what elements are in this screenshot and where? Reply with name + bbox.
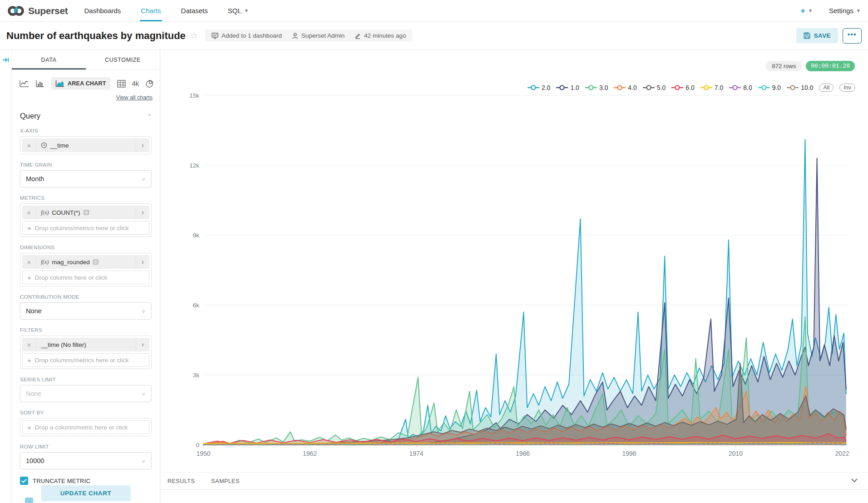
chart-meta: Added to 1 dashboard Superset Admin 42 m…	[205, 30, 412, 42]
contribution-mode-select[interactable]: None ∨	[20, 302, 152, 320]
certified-grid-icon	[93, 259, 99, 265]
results-tabs: RESULTS SAMPLES	[160, 473, 868, 490]
control-x-axis: X-AXIS × __time ›	[20, 128, 152, 154]
svg-text:12k: 12k	[189, 162, 199, 169]
area-chart-button[interactable]: AREA CHART	[51, 77, 111, 90]
control-label: TIME GRAIN	[20, 162, 152, 168]
big-number-chart-icon[interactable]: 4k	[132, 80, 139, 87]
user-icon	[292, 33, 298, 39]
control-label: METRICS	[20, 195, 152, 201]
sort-by-dropzone[interactable]: + Drop a column/metric here or click	[22, 420, 149, 434]
svg-text:3k: 3k	[193, 372, 200, 379]
new-item-button[interactable]: +▼	[800, 6, 813, 16]
tab-customize[interactable]: CUSTOMIZE	[86, 50, 160, 69]
svg-text:1986: 1986	[516, 450, 530, 457]
dimensions-dropzone[interactable]: + Drop columns here or click	[22, 271, 149, 284]
collapse-results-icon[interactable]	[851, 476, 858, 484]
filters-dropzone[interactable]: + Drop columns/metrics here or click	[22, 353, 149, 367]
collapse-panel-icon[interactable]	[2, 56, 10, 64]
nav-sql[interactable]: SQL▼	[227, 0, 250, 21]
control-label: SERIES LIMIT	[20, 377, 152, 382]
control-label: CONTRIBUTION MODE	[20, 294, 152, 300]
svg-text:9k: 9k	[193, 232, 200, 239]
chevron-right-icon[interactable]: ›	[136, 255, 149, 269]
filter-pill[interactable]: × __time (No filter) ›	[22, 338, 149, 351]
chart-owner[interactable]: Superset Admin	[292, 32, 345, 39]
control-dimensions: DIMENSIONS × f(x) mag_rounded › + Drop c…	[20, 245, 152, 286]
brand-name: Superset	[28, 5, 68, 16]
time-grain-select[interactable]: Month ∨	[20, 170, 152, 187]
svg-text:0: 0	[196, 442, 199, 449]
superset-infinity-icon	[7, 4, 25, 18]
partial-checkbox[interactable]	[25, 498, 33, 503]
check-icon	[21, 478, 27, 483]
save-button[interactable]: SAVE	[796, 28, 838, 43]
tab-samples[interactable]: SAMPLES	[211, 478, 240, 484]
certified-grid-icon	[84, 210, 89, 215]
chart-header: Number of earthquakes by magnitude ☆ Add…	[0, 22, 868, 50]
truncate-metric-label: TRUNCATE METRIC	[33, 478, 90, 484]
remove-icon[interactable]: ×	[22, 206, 36, 219]
panel-collapse-strip	[0, 50, 12, 503]
svg-text:15k: 15k	[189, 92, 199, 99]
control-label: DIMENSIONS	[20, 245, 152, 250]
last-modified[interactable]: 42 minutes ago	[355, 32, 406, 39]
svg-text:2022: 2022	[835, 450, 849, 457]
chevron-right-icon[interactable]: ›	[136, 138, 149, 152]
results-panel: RESULTS SAMPLES	[160, 472, 868, 503]
control-time-grain: TIME GRAIN Month ∨	[20, 162, 152, 187]
caret-down-icon: ▼	[244, 8, 249, 13]
control-label: ROW LIMIT	[20, 444, 152, 449]
dimension-pill[interactable]: × f(x) mag_rounded ›	[22, 255, 149, 269]
nav-charts[interactable]: Charts	[140, 0, 162, 21]
view-all-charts-link[interactable]: View all charts	[12, 94, 153, 101]
remove-icon[interactable]: ×	[22, 138, 36, 152]
settings-menu[interactable]: Settings▼	[829, 7, 861, 15]
plus-icon: +	[27, 356, 31, 364]
nav-dashboards[interactable]: Dashboards	[83, 0, 122, 21]
tab-results[interactable]: RESULTS	[168, 478, 195, 484]
superset-logo[interactable]: Superset	[7, 0, 68, 21]
navbar: Superset Dashboards Charts Datasets SQL▼…	[0, 0, 868, 22]
update-chart-button[interactable]: UPDATE CHART	[41, 485, 131, 501]
control-filters: FILTERS × __time (No filter) › + Drop co…	[20, 327, 152, 369]
chevron-right-icon[interactable]: ›	[136, 206, 149, 219]
control-contribution-mode: CONTRIBUTION MODE None ∨	[20, 294, 152, 320]
remove-icon[interactable]: ×	[22, 338, 36, 351]
dashboard-count[interactable]: Added to 1 dashboard	[212, 32, 282, 39]
pie-chart-icon[interactable]	[145, 79, 154, 88]
plus-icon: +	[27, 224, 31, 232]
truncate-metric-row: TRUNCATE METRIC	[20, 477, 152, 485]
truncate-metric-checkbox[interactable]	[20, 477, 28, 485]
control-label: FILTERS	[20, 327, 152, 333]
panel-tabs: DATA CUSTOMIZE	[12, 50, 160, 70]
remove-icon[interactable]: ×	[22, 255, 36, 269]
caret-down-icon: ▼	[808, 8, 813, 13]
save-disk-icon	[804, 32, 810, 39]
caret-down-icon: ∨	[141, 458, 146, 463]
favorite-star-icon[interactable]: ☆	[190, 30, 198, 41]
function-icon: f(x)	[41, 259, 49, 266]
control-series-limit: SERIES LIMIT None ∨	[20, 377, 152, 402]
caret-down-icon: ∨	[141, 308, 146, 313]
x-axis-pill[interactable]: × __time ›	[22, 138, 149, 152]
area-chart-canvas[interactable]: 03k6k9k12k15k195019621974198619982010202…	[160, 50, 868, 472]
line-chart-icon[interactable]	[19, 79, 29, 88]
plus-icon: +	[27, 274, 31, 281]
table-chart-icon[interactable]	[117, 80, 126, 88]
series-limit-select[interactable]: None ∨	[20, 385, 152, 402]
area-chart-icon	[55, 80, 64, 87]
row-limit-select[interactable]: 10000 ∨	[20, 452, 152, 469]
more-options-button[interactable]: •••	[843, 28, 862, 44]
svg-text:1974: 1974	[409, 450, 423, 457]
metrics-dropzone[interactable]: + Drop columns/metrics here or click	[22, 221, 149, 235]
control-row-limit: ROW LIMIT 10000 ∨	[20, 444, 152, 469]
svg-text:1962: 1962	[303, 450, 317, 457]
nav-datasets[interactable]: Datasets	[180, 0, 209, 21]
metric-pill[interactable]: × f(x) COUNT(*) ›	[22, 206, 149, 219]
chevron-right-icon[interactable]: ›	[136, 338, 149, 351]
control-sort-by: SORT BY + Drop a column/metric here or c…	[20, 410, 152, 436]
chevron-up-icon[interactable]: ⌃	[147, 113, 152, 118]
tab-data[interactable]: DATA	[12, 50, 86, 69]
bar-chart-icon[interactable]	[35, 79, 44, 88]
